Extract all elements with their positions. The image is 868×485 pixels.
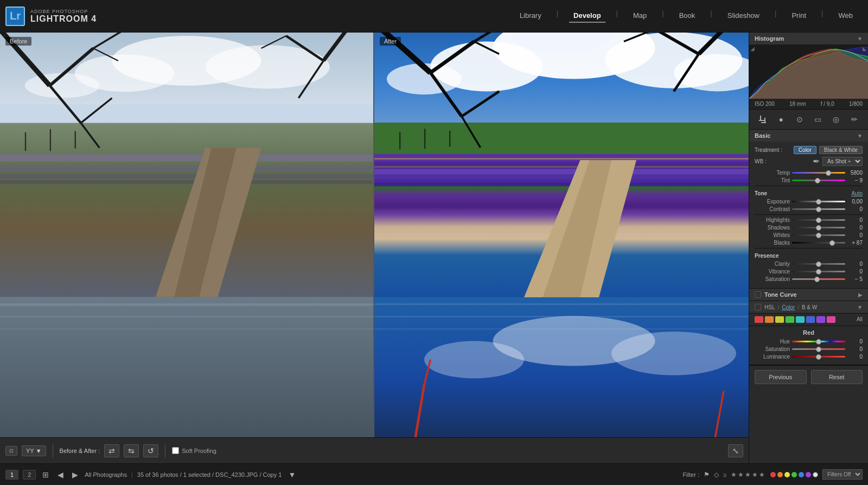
saturation-track[interactable] [792, 278, 845, 280]
shadows-thumb[interactable] [816, 225, 821, 231]
color-dot-red[interactable] [770, 472, 776, 477]
blacks-thumb[interactable] [829, 240, 835, 246]
next-photo-icon[interactable]: ▶ [70, 469, 80, 480]
color-dot-blue[interactable] [799, 472, 804, 477]
yy-button[interactable]: YY ▼ [22, 445, 46, 456]
svg-rect-16 [0, 328, 373, 329]
spot-removal-tool[interactable]: ● [775, 113, 788, 126]
nav-map[interactable]: Map [629, 9, 651, 23]
hsl-tab-hsl[interactable]: HSL [764, 304, 775, 310]
hue-thumb[interactable] [816, 339, 821, 344]
tint-track[interactable] [792, 180, 845, 181]
color-dot-yellow[interactable] [784, 472, 790, 477]
tint-thumb[interactable] [815, 178, 820, 183]
soft-proofing-container: Soft Proofing [172, 447, 216, 454]
wb-dropdown[interactable]: As Shot ÷ Auto Daylight Custom [822, 157, 863, 166]
prev-photo-icon[interactable]: ◀ [55, 469, 66, 480]
purple-swatch[interactable] [816, 316, 825, 323]
blue-swatch[interactable] [806, 316, 815, 323]
diamond-filter[interactable]: ◇ [714, 471, 719, 478]
magenta-swatch[interactable] [827, 316, 835, 323]
tab-1[interactable]: 1 [5, 470, 18, 480]
histogram-corner-tr[interactable]: ◣ [863, 46, 867, 52]
highlights-track[interactable] [792, 219, 845, 221]
swap-views-button[interactable]: ⇄ [104, 444, 119, 457]
tone-curve-toggle[interactable] [755, 291, 761, 298]
luminance-thumb[interactable] [816, 354, 821, 360]
contrast-thumb[interactable] [816, 207, 821, 212]
eyedropper-icon[interactable]: ✒ [813, 156, 820, 167]
copy-settings-button[interactable]: ⇆ [124, 444, 139, 457]
green-swatch[interactable] [786, 316, 794, 323]
hsl-tab-color[interactable]: Color [782, 304, 795, 310]
grid-view-icon[interactable]: ⊞ [40, 469, 51, 480]
all-swatch[interactable]: All [857, 316, 863, 323]
vibrance-track[interactable] [792, 271, 845, 272]
nav-slideshow[interactable]: Slideshow [723, 9, 764, 23]
highlights-thumb[interactable] [816, 218, 821, 223]
color-dot-purple[interactable] [806, 472, 811, 477]
histogram-header[interactable]: Histogram ▼ [749, 33, 868, 44]
bw-button[interactable]: Black & White [819, 146, 863, 154]
saturation-thumb[interactable] [814, 277, 820, 282]
hsl-sat-track[interactable] [792, 348, 845, 350]
temp-track[interactable] [792, 172, 845, 174]
contrast-track[interactable] [792, 208, 845, 210]
histogram-title: Histogram [755, 35, 784, 42]
auto-link[interactable]: Auto [851, 190, 863, 196]
clarity-track[interactable] [792, 263, 845, 265]
whites-thumb[interactable] [816, 233, 821, 238]
filters-off-dropdown[interactable]: Filters Off [822, 469, 863, 480]
shadows-track[interactable] [792, 227, 845, 228]
tab-2[interactable]: 2 [23, 470, 36, 480]
histogram-corner-tl[interactable]: ◢ [750, 46, 755, 52]
mm-value: 18 mm [789, 101, 806, 107]
color-dot-white[interactable] [813, 472, 818, 477]
hsl-sat-thumb[interactable] [816, 347, 821, 352]
exposure-track[interactable] [792, 201, 845, 202]
soft-proofing-checkbox[interactable] [172, 447, 179, 454]
red-eye-tool[interactable]: ⊙ [793, 113, 806, 126]
hue-track[interactable] [792, 341, 845, 342]
adjustment-brush-tool[interactable]: ✏ [848, 113, 861, 126]
radial-filter-tool[interactable]: ◎ [829, 113, 843, 126]
temp-thumb[interactable] [826, 170, 831, 176]
crop-tool[interactable] [756, 113, 769, 126]
exposure-thumb[interactable] [816, 199, 821, 205]
expand-button[interactable]: ⤡ [728, 444, 743, 457]
color-dot-orange[interactable] [777, 472, 783, 477]
orange-swatch[interactable] [765, 316, 774, 323]
clarity-thumb[interactable] [816, 261, 821, 267]
flag-filter[interactable]: ⚑ [704, 471, 710, 478]
nav-print[interactable]: Print [787, 9, 810, 23]
color-dot-green[interactable] [792, 472, 797, 477]
nav-web[interactable]: Web [834, 9, 858, 23]
color-button[interactable]: Color [794, 146, 816, 154]
stars-filter[interactable]: ★★★★★ [731, 471, 766, 478]
basic-header[interactable]: Basic ▼ [749, 130, 868, 142]
reset-button[interactable]: Reset [811, 370, 863, 384]
red-swatch[interactable] [755, 316, 763, 323]
reset-view-button[interactable]: ↺ [143, 444, 158, 457]
whites-track[interactable] [792, 234, 845, 236]
luminance-track[interactable] [792, 356, 845, 358]
yellow-swatch[interactable] [775, 316, 784, 323]
hsl-active-color: Red [755, 329, 863, 336]
view-single-icon[interactable]: ⊡ [5, 446, 17, 456]
nav-library[interactable]: Library [515, 9, 546, 23]
previous-button[interactable]: Previous [755, 370, 807, 384]
nav-book[interactable]: Book [675, 9, 700, 23]
nav-develop[interactable]: Develop [569, 9, 605, 23]
hsl-tab-bw[interactable]: B & W [802, 304, 817, 310]
svg-rect-81 [761, 122, 766, 123]
greater-filter[interactable]: ≥ [723, 471, 726, 478]
blacks-label: Blacks [755, 240, 790, 246]
vibrance-thumb[interactable] [816, 269, 821, 275]
hsl-toggle[interactable] [755, 304, 761, 310]
graduated-filter-tool[interactable]: ▭ [811, 113, 824, 126]
tone-curve-header[interactable]: Tone Curve ▶ [749, 289, 868, 301]
aqua-swatch[interactable] [796, 316, 805, 323]
tools-row: ● ⊙ ▭ ◎ ✏ [749, 110, 868, 130]
photo-path-dropdown[interactable]: ▼ [286, 469, 298, 480]
blacks-track[interactable] [792, 242, 845, 244]
